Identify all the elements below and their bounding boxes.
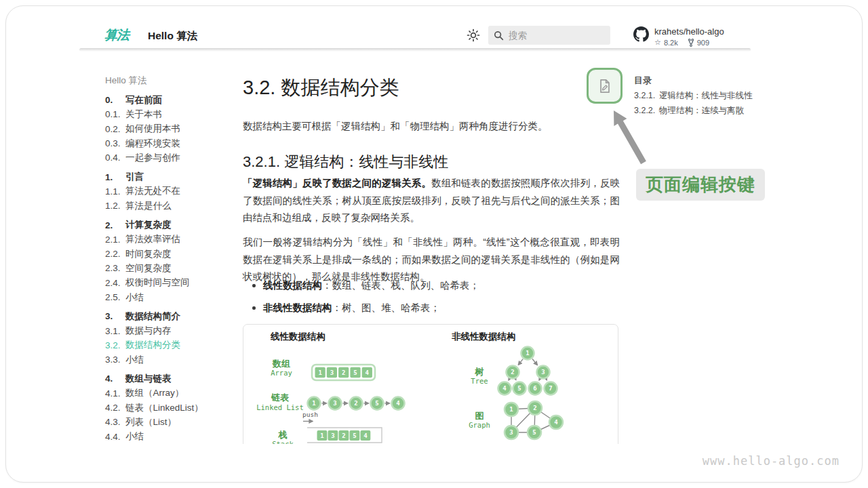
toc-item[interactable]: 3.2.2.物理结构：连续与离散: [634, 103, 760, 118]
figure-clip: 线性数据结构 非线性数据结构 数组 Array 链表 Linked List p…: [243, 324, 621, 444]
sidebar-item-0-[interactable]: 0.写在前面: [105, 93, 231, 107]
page-edit-button[interactable]: [587, 68, 623, 104]
repo-stats: ☆8.2k 909: [654, 38, 724, 47]
theme-toggle-button[interactable]: [467, 28, 480, 42]
paragraph-logic-bold: 「逻辑结构」反映了数据之间的逻辑关系。: [243, 178, 431, 188]
svg-text:4: 4: [366, 369, 370, 376]
svg-text:5: 5: [353, 369, 357, 376]
svg-text:5: 5: [517, 385, 521, 392]
svg-text:1: 1: [509, 406, 513, 413]
svg-text:2: 2: [533, 405, 536, 411]
search-box[interactable]: [488, 26, 610, 45]
github-repo-link[interactable]: krahets/hello-algo ☆8.2k 909: [633, 26, 724, 47]
sidebar-item-1-1-[interactable]: 1.1.算法无处不在: [105, 184, 231, 199]
figure-shapes: 132541325413254123456712345: [243, 325, 619, 444]
sidebar-item-0-2-[interactable]: 0.2.如何使用本书: [105, 122, 231, 136]
svg-text:4: 4: [502, 385, 507, 392]
edit-file-icon: [596, 77, 614, 95]
data-structures-figure: 线性数据结构 非线性数据结构 数组 Array 链表 Linked List p…: [243, 324, 618, 444]
svg-text:3: 3: [541, 369, 545, 375]
sidebar-item-0-4-[interactable]: 0.4.一起参与创作: [105, 150, 231, 165]
intro-paragraph: 数据结构主要可根据「逻辑结构」和「物理结构」两种角度进行分类。: [243, 120, 618, 133]
sidebar-item-4-1-[interactable]: 4.1.数组（Array）: [105, 386, 231, 401]
search-input[interactable]: [509, 30, 597, 41]
svg-text:2: 2: [354, 400, 357, 407]
sidebar-item-3-3-[interactable]: 3.3.小结: [105, 352, 231, 367]
svg-text:1: 1: [526, 350, 529, 357]
svg-text:4: 4: [363, 432, 368, 439]
svg-text:1: 1: [312, 400, 315, 407]
toc-panel: 目录 3.2.1.逻辑结构：线性与非线性3.2.2.物理结构：连续与离散: [634, 73, 760, 118]
svg-text:3: 3: [509, 429, 513, 436]
svg-text:2: 2: [511, 369, 514, 375]
bullet-item: 线性数据结构：数组、链表、栈、队列、哈希表；: [252, 279, 618, 292]
svg-text:3: 3: [330, 369, 334, 376]
sidebar-item-4-3-[interactable]: 4.3.列表（List）: [105, 415, 231, 429]
svg-text:1: 1: [318, 369, 321, 376]
sidebar-item-4-4-[interactable]: 4.4.小结: [105, 430, 231, 444]
svg-text:1: 1: [320, 432, 323, 439]
sidebar-item-2-4-[interactable]: 2.4.权衡时间与空间: [105, 276, 231, 290]
sidebar-nav: Hello 算法 0.写在前面0.1.关于本书0.2.如何使用本书0.3.编程环…: [105, 73, 231, 444]
header-shadow: [79, 48, 751, 52]
svg-text:5: 5: [375, 400, 378, 407]
svg-text:4: 4: [396, 400, 400, 407]
bullet-list: 线性数据结构：数组、链表、栈、队列、哈希表；非线性数据结构：树、图、堆、哈希表；: [252, 279, 618, 324]
sidebar-item-0-3-[interactable]: 0.3.编程环境安装: [105, 136, 231, 150]
site-title[interactable]: Hello 算法: [148, 29, 197, 43]
sidebar-item-2-5-[interactable]: 2.5.小结: [105, 290, 231, 304]
paragraph-logic: 「逻辑结构」反映了数据之间的逻辑关系。数组和链表的数据按照顺序依次排列，反映了数…: [243, 175, 620, 227]
sidebar-item-2-[interactable]: 2.计算复杂度: [105, 218, 231, 232]
sidebar-item-0-1-[interactable]: 0.1.关于本书: [105, 107, 231, 121]
sun-icon: [467, 28, 480, 42]
sidebar-item-2-3-[interactable]: 2.3.空间复杂度: [105, 261, 231, 275]
page: 算法 Hello 算法 krahets/hello-algo ☆8.2k: [0, 0, 868, 488]
toc-item[interactable]: 3.2.1.逻辑结构：线性与非线性: [634, 88, 760, 103]
svg-text:7: 7: [549, 385, 552, 392]
sidebar-item-2-2-[interactable]: 2.2.时间复杂度: [105, 247, 231, 261]
toc-title: 目录: [634, 73, 760, 88]
page-title: 3.2. 数据结构分类: [243, 75, 399, 102]
section-heading: 3.2.1. 逻辑结构：线性与非线性: [243, 152, 448, 172]
svg-text:6: 6: [533, 385, 536, 392]
sidebar-item-4-[interactable]: 4.数组与链表: [105, 371, 231, 386]
svg-text:3: 3: [331, 432, 334, 439]
sidebar-item-3-[interactable]: 3.数据结构简介: [105, 309, 231, 323]
sidebar-item-3-2-[interactable]: 3.2.数据结构分类: [105, 338, 231, 352]
star-count: 8.2k: [664, 39, 678, 47]
star-icon: ☆: [654, 38, 661, 47]
svg-text:5: 5: [532, 429, 536, 436]
sidebar-item-4-2-[interactable]: 4.2.链表（LinkedList）: [105, 401, 231, 415]
fork-count: 909: [697, 39, 709, 47]
edit-button-callout: 页面编辑按键: [636, 169, 765, 201]
sidebar-item-1-[interactable]: 1.引言: [105, 169, 231, 184]
fork-icon: [688, 39, 694, 47]
svg-text:2: 2: [342, 432, 345, 439]
sidebar-site-title: Hello 算法: [105, 73, 231, 87]
repo-name: krahets/hello-algo: [654, 26, 724, 37]
sidebar-item-1-2-[interactable]: 1.2.算法是什么: [105, 199, 231, 213]
svg-text:3: 3: [333, 400, 336, 407]
svg-text:5: 5: [353, 432, 356, 439]
search-icon: [494, 30, 504, 41]
watermark: www.hello-algo.com: [703, 454, 840, 468]
site-logo[interactable]: 算法: [104, 26, 134, 45]
bullet-item: 非线性数据结构：树、图、堆、哈希表；: [252, 302, 618, 314]
svg-text:2: 2: [342, 369, 345, 376]
github-icon: [633, 26, 649, 42]
paragraph-linear: 我们一般将逻辑结构分为「线性」和「非线性」两种。“线性”这个概念很直观，即表明数…: [243, 234, 620, 286]
sidebar-item-2-1-[interactable]: 2.1.算法效率评估: [105, 232, 231, 247]
svg-text:4: 4: [554, 419, 558, 426]
sidebar-item-3-1-[interactable]: 3.1.数据与内存: [105, 323, 231, 338]
